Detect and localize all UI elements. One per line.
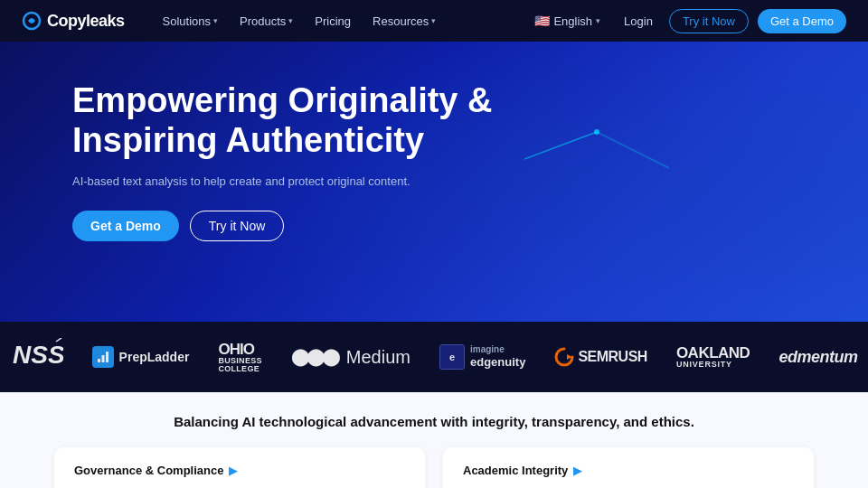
chevron-down-icon: ▾: [213, 16, 218, 25]
academic-card: Academic Integrity ▶ Empower originality…: [443, 447, 814, 488]
try-now-button[interactable]: Try it Now: [669, 9, 749, 33]
hero-demo-button[interactable]: Get a Demo: [72, 211, 179, 241]
arrow-right-icon: ▶: [573, 465, 581, 477]
svg-rect-8: [106, 352, 108, 362]
nav-links: Solutions ▾ Products ▾ Pricing Resources…: [154, 11, 528, 32]
chevron-down-icon: ▾: [288, 16, 293, 25]
svg-rect-7: [101, 355, 104, 362]
language-selector[interactable]: 🇺🇸 English ▾: [527, 10, 608, 32]
logo-oakland: OAKLAND UNIVERSITY: [676, 345, 750, 369]
governance-card: Governance & Compliance ▶ Guarantee ethi…: [54, 447, 425, 488]
arrow-right-icon: ▶: [229, 465, 237, 477]
login-button[interactable]: Login: [617, 11, 660, 32]
svg-point-3: [594, 129, 599, 135]
logo[interactable]: Copyleaks: [22, 11, 125, 31]
logo-ohio: OHIO BUSINESSCOLLEGE: [218, 342, 261, 373]
logo-semrush: SEMRUSH: [554, 347, 647, 367]
svg-rect-6: [98, 359, 100, 362]
hero-title: Empowering Originality & Inspiring Authe…: [72, 81, 524, 160]
nav-item-products[interactable]: Products ▾: [231, 11, 302, 32]
svg-text:NSS: NSS: [13, 341, 63, 369]
hero-content: Empowering Originality & Inspiring Authe…: [72, 81, 524, 241]
hero-buttons: Get a Demo Try it Now: [72, 211, 524, 241]
prepladder-icon: [92, 346, 114, 368]
hero-decoration: [524, 114, 705, 204]
svg-line-2: [597, 132, 669, 168]
navbar: Copyleaks Solutions ▾ Products ▾ Pricing…: [0, 0, 868, 42]
chevron-down-icon: ▾: [431, 16, 436, 25]
academic-card-title: Academic Integrity ▶: [463, 464, 794, 477]
bottom-tagline: Balancing AI technological advancement w…: [54, 414, 814, 429]
bottom-section: Balancing AI technological advancement w…: [0, 392, 868, 488]
svg-line-1: [524, 132, 597, 159]
nav-right: 🇺🇸 English ▾ Login Try it Now Get a Demo: [527, 9, 846, 33]
nav-item-resources[interactable]: Resources ▾: [363, 11, 445, 32]
governance-card-desc: Guarantee ethical AI use and regulatory …: [74, 484, 405, 488]
logo-edgenuity: e imagine edgenuity: [439, 344, 525, 370]
logo-text: Copyleaks: [47, 12, 125, 31]
logo-nss: NSS: [11, 338, 63, 376]
hero-subtitle: AI-based text analysis to help create an…: [72, 173, 524, 191]
nav-item-pricing[interactable]: Pricing: [306, 11, 360, 32]
chevron-down-icon: ▾: [596, 16, 600, 25]
hero-try-button[interactable]: Try it Now: [190, 211, 284, 241]
logos-bar: NSS PrepLadder OHIO BUSINESSCOLLEGE ⬤⬤⬤ …: [0, 322, 868, 392]
feature-cards: Governance & Compliance ▶ Guarantee ethi…: [54, 447, 814, 488]
nav-item-solutions[interactable]: Solutions ▾: [154, 11, 227, 32]
governance-card-title: Governance & Compliance ▶: [74, 464, 405, 477]
logo-prepladder: PrepLadder: [92, 346, 190, 368]
logo-medium: ⬤⬤⬤ Medium: [291, 347, 410, 368]
logo-edmentum: edmentum: [778, 348, 857, 367]
academic-card-desc: Empower originality and authenticity wit…: [463, 484, 794, 488]
get-demo-button[interactable]: Get a Demo: [758, 9, 846, 33]
flag-icon: 🇺🇸: [534, 14, 550, 28]
hero-section: Empowering Originality & Inspiring Authe…: [0, 42, 868, 322]
